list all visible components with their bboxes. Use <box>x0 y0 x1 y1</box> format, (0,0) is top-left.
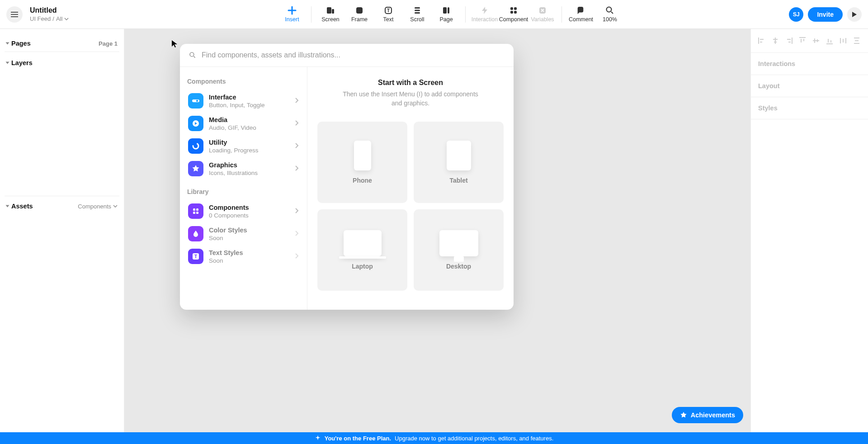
main-area: Pages Page 1 Layers Assets Components <box>0 29 868 432</box>
menu-button[interactable] <box>6 6 23 23</box>
star-icon <box>680 411 687 419</box>
components-section-title: Components <box>187 78 301 85</box>
screen-icon <box>326 6 335 15</box>
start-subtitle: Then use the Insert Menu (I) to add comp… <box>343 90 478 108</box>
category-color-styles[interactable]: Color StylesSoon <box>186 222 301 245</box>
media-icon <box>188 116 203 131</box>
screen-card-phone[interactable]: Phone <box>317 122 407 203</box>
banner-bold: You're on the Free Plan. <box>325 435 391 442</box>
triangle-icon <box>6 62 9 64</box>
align-top-icon[interactable] <box>798 36 807 45</box>
category-text-styles[interactable]: T Text StylesSoon <box>186 245 301 268</box>
category-media[interactable]: MediaAudio, GIF, Video <box>186 112 301 135</box>
svg-rect-2 <box>356 7 363 14</box>
tool-insert[interactable]: Insert <box>278 3 307 25</box>
chevron-right-icon <box>295 231 299 236</box>
triangle-icon <box>6 43 9 45</box>
svg-rect-7 <box>415 12 420 14</box>
svg-rect-21 <box>193 208 195 211</box>
avatar[interactable]: SJ <box>789 7 803 22</box>
interactions-section[interactable]: Interactions <box>751 53 868 75</box>
distribute-v-icon[interactable] <box>852 36 861 45</box>
hamburger-icon <box>11 12 18 17</box>
canvas[interactable]: Components InterfaceButton, Input, Toggl… <box>124 29 750 432</box>
document-title-block: Untitled UI Feed / All <box>30 6 69 22</box>
align-bottom-icon[interactable] <box>825 36 834 45</box>
comment-icon <box>576 6 585 15</box>
phone-device-icon <box>354 141 371 170</box>
tool-component[interactable]: Component <box>499 3 528 25</box>
invite-button[interactable]: Invite <box>808 7 843 22</box>
svg-rect-8 <box>443 7 447 14</box>
category-utility[interactable]: UtilityLoading, Progress <box>186 135 301 157</box>
chevron-right-icon <box>295 208 299 213</box>
tool-screen[interactable]: Screen <box>316 3 345 25</box>
chevron-right-icon <box>295 253 299 259</box>
category-interface[interactable]: InterfaceButton, Input, Toggle <box>186 90 301 112</box>
search-input[interactable] <box>202 51 505 59</box>
plus-icon <box>288 6 297 15</box>
top-toolbar: Untitled UI Feed / All Insert Screen Fra… <box>0 0 868 29</box>
svg-rect-6 <box>415 10 420 11</box>
breadcrumb-leaf: All <box>56 15 62 22</box>
search-row <box>180 44 514 67</box>
search-icon <box>189 52 196 59</box>
bolt-icon <box>480 6 489 15</box>
tool-zoom[interactable]: 100% <box>595 3 624 25</box>
assets-header[interactable]: Assets Components <box>5 196 119 213</box>
play-button[interactable] <box>847 7 862 22</box>
tool-interaction[interactable]: Interaction <box>470 3 499 25</box>
graphics-icon <box>188 161 203 176</box>
chevron-right-icon <box>295 120 299 126</box>
svg-text:T: T <box>194 254 197 259</box>
tool-frame[interactable]: Frame <box>345 3 374 25</box>
svg-rect-9 <box>448 7 449 14</box>
topbar-left: Untitled UI Feed / All <box>0 6 124 23</box>
svg-rect-23 <box>193 212 195 214</box>
document-title: Untitled <box>30 6 69 14</box>
search-icon <box>605 6 614 15</box>
cursor-icon <box>171 40 178 50</box>
align-right-icon[interactable] <box>784 36 793 45</box>
svg-rect-17 <box>192 99 199 102</box>
tool-scroll[interactable]: Scroll <box>403 3 432 25</box>
layers-header[interactable]: Layers <box>5 57 119 69</box>
chevron-right-icon <box>295 165 299 171</box>
svg-text:T: T <box>387 8 390 13</box>
align-left-icon[interactable] <box>757 36 766 45</box>
pages-header[interactable]: Pages Page 1 <box>5 37 119 50</box>
svg-rect-24 <box>196 212 198 214</box>
chevron-down-icon <box>113 204 118 208</box>
page-icon <box>442 6 451 15</box>
scroll-icon <box>413 6 422 15</box>
svg-point-18 <box>196 100 198 102</box>
screen-card-desktop[interactable]: Desktop <box>414 209 504 291</box>
achievements-button[interactable]: Achievements <box>672 407 743 423</box>
category-graphics[interactable]: GraphicsIcons, Illustrations <box>186 157 301 180</box>
assets-dropdown[interactable]: Components <box>78 203 118 210</box>
topbar-tools: Insert Screen Frame T Text Scroll Page <box>124 3 778 25</box>
distribute-h-icon[interactable] <box>839 36 848 45</box>
tool-variables[interactable]: Variables <box>528 3 557 25</box>
tool-text[interactable]: T Text <box>374 3 403 25</box>
category-components[interactable]: Components0 Components <box>186 200 301 222</box>
frame-icon <box>355 6 364 15</box>
topbar-right: SJ Invite <box>778 7 868 22</box>
desktop-device-icon <box>439 230 478 256</box>
sparkle-icon <box>315 435 321 441</box>
current-page-label: Page 1 <box>99 40 118 47</box>
svg-point-20 <box>193 143 198 149</box>
tool-comment[interactable]: Comment <box>566 3 595 25</box>
layout-section[interactable]: Layout <box>751 75 868 97</box>
screen-card-laptop[interactable]: Laptop <box>317 209 407 291</box>
align-center-h-icon[interactable] <box>771 36 780 45</box>
screen-card-tablet[interactable]: Tablet <box>414 122 504 203</box>
svg-rect-1 <box>332 9 334 14</box>
align-center-v-icon[interactable] <box>811 36 821 45</box>
upgrade-banner[interactable]: You're on the Free Plan. Upgrade now to … <box>0 432 868 444</box>
play-icon <box>852 11 857 18</box>
tool-page[interactable]: Page <box>432 3 461 25</box>
svg-rect-12 <box>510 11 513 14</box>
breadcrumb[interactable]: UI Feed / All <box>30 15 69 22</box>
styles-section[interactable]: Styles <box>751 97 868 119</box>
